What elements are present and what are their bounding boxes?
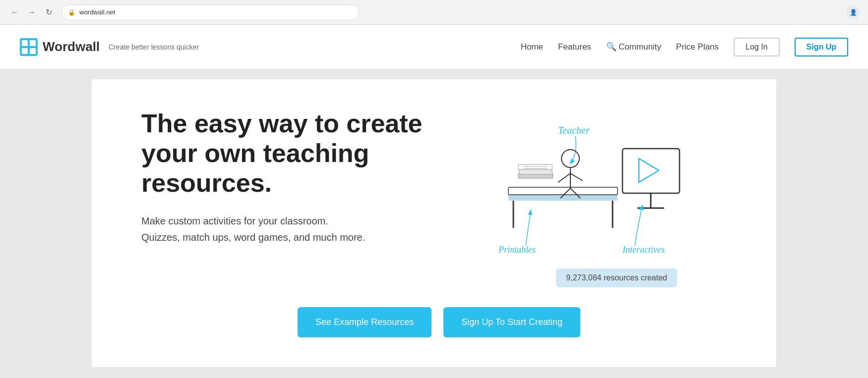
hero-title: The easy way to create your own teaching… [141, 109, 459, 198]
site-nav: Home Features 🔍 Community Price Plans Lo… [521, 38, 848, 56]
svg-rect-3 [22, 48, 28, 54]
hero-subtitle2: Quizzes, match ups, word games, and much… [141, 232, 459, 243]
svg-rect-2 [30, 40, 36, 46]
browser-nav-buttons: ← → ↻ [8, 5, 56, 19]
logo-area: Wordwall Create better lessons quicker [20, 38, 521, 56]
see-example-button[interactable]: See Example Resources [298, 307, 432, 337]
wordwall-logo-icon [20, 38, 38, 56]
refresh-button[interactable]: ↻ [42, 5, 56, 19]
svg-rect-9 [508, 187, 618, 195]
svg-line-17 [558, 173, 570, 182]
browser-chrome: ← → ↻ 🔒 wordwall.net 👤 [0, 0, 868, 25]
svg-point-15 [561, 150, 579, 167]
lock-icon: 🔒 [68, 9, 75, 16]
nav-community[interactable]: 🔍 Community [606, 42, 661, 52]
hero-inner: The easy way to create your own teaching… [141, 109, 737, 277]
hero-illustration: Teacher [479, 109, 687, 277]
logo-text[interactable]: Wordwall [43, 39, 100, 54]
svg-text:Teacher: Teacher [558, 125, 590, 136]
svg-rect-4 [30, 48, 36, 54]
illustration-svg: Teacher [479, 109, 687, 277]
main-content: The easy way to create your own teaching… [0, 69, 868, 377]
sign-up-start-button[interactable]: Sign Up To Start Creating [443, 307, 580, 337]
svg-text:Interactives: Interactives [622, 245, 665, 255]
login-button[interactable]: Log In [734, 38, 779, 56]
forward-button[interactable]: → [25, 5, 39, 19]
svg-text:Printables: Printables [498, 245, 536, 255]
site-header: Wordwall Create better lessons quicker H… [0, 25, 868, 69]
logo-tagline: Create better lessons quicker [109, 43, 199, 51]
hero-subtitle1: Make custom activities for your classroo… [141, 216, 459, 227]
nav-price-plans[interactable]: Price Plans [676, 42, 719, 52]
hero-card: The easy way to create your own teaching… [92, 79, 776, 367]
back-button[interactable]: ← [8, 5, 22, 19]
browser-right: 👤 [846, 5, 860, 19]
search-icon: 🔍 [606, 42, 617, 52]
address-bar[interactable]: 🔒 wordwall.net [62, 4, 359, 20]
nav-home[interactable]: Home [521, 42, 543, 52]
url-text: wordwall.net [79, 8, 115, 16]
signup-button[interactable]: Sign Up [795, 38, 848, 56]
svg-line-18 [570, 173, 583, 181]
buttons-row: See Example Resources Sign Up To Start C… [141, 307, 737, 337]
hero-text: The easy way to create your own teaching… [141, 109, 459, 268]
resources-badge: 9,273,084 resources created [556, 269, 677, 287]
resources-count: 9,273,084 resources created [566, 273, 667, 282]
svg-rect-21 [622, 149, 680, 193]
nav-features[interactable]: Features [558, 42, 591, 52]
svg-rect-1 [22, 40, 28, 46]
profile-icon[interactable]: 👤 [846, 5, 860, 19]
